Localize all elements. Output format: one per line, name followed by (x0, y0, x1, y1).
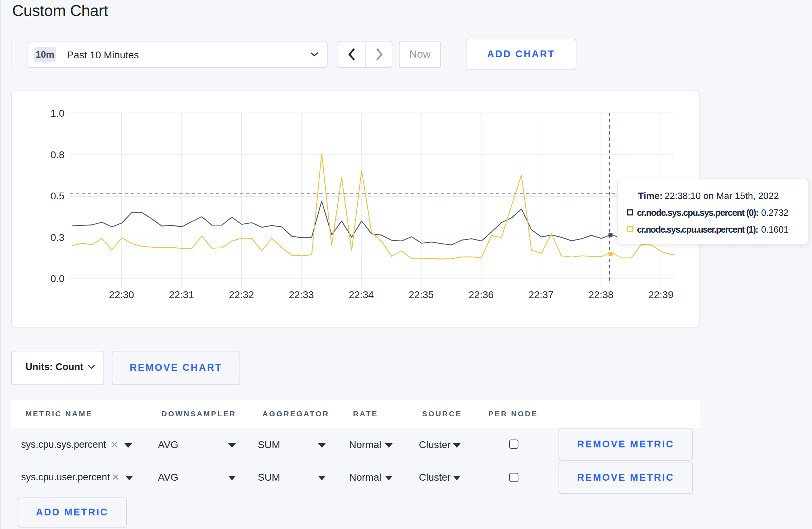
svg-text:0.0: 0.0 (50, 273, 64, 284)
svg-text:22:38: 22:38 (589, 289, 614, 300)
svg-text:22:39: 22:39 (648, 289, 673, 300)
svg-text:22:35: 22:35 (409, 289, 434, 300)
svg-text:22:32: 22:32 (229, 289, 254, 300)
svg-text:22:31: 22:31 (169, 289, 194, 300)
svg-text:22:30: 22:30 (109, 289, 134, 300)
svg-text:0.8: 0.8 (50, 149, 64, 160)
svg-text:1.0: 1.0 (50, 108, 64, 119)
svg-text:0.5: 0.5 (50, 190, 64, 202)
svg-text:22:33: 22:33 (289, 289, 314, 300)
svg-text:22:34: 22:34 (349, 289, 374, 300)
svg-text:22:36: 22:36 (469, 289, 494, 300)
svg-text:22:37: 22:37 (528, 289, 554, 300)
svg-text:0.3: 0.3 (50, 232, 64, 243)
